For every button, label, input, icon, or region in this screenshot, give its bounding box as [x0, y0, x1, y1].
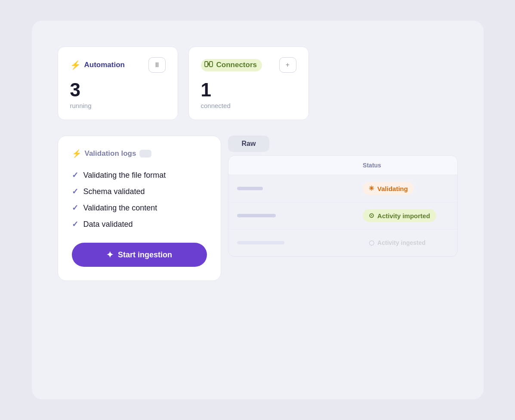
status-unknown-text: Activity ingested: [377, 239, 426, 246]
status-badge-validating: ✳ Validating: [363, 182, 414, 195]
status-validating-text: Validating: [377, 185, 408, 192]
table-section: Raw Status: [213, 136, 458, 281]
table-cell-data-2: [228, 202, 355, 229]
connectors-count: 1: [201, 80, 296, 99]
add-connector-button[interactable]: +: [279, 57, 296, 73]
top-cards-row: ⚡ Automation ⏸ 3 running: [32, 21, 484, 120]
plus-icon: +: [286, 61, 290, 69]
start-ingestion-button[interactable]: ✦ Start ingestion: [72, 243, 207, 267]
check-icon-4: ✓: [72, 219, 78, 229]
connectors-icon: [204, 61, 213, 70]
pause-button[interactable]: ⏸: [148, 57, 166, 73]
list-item: ✓ Data validated: [72, 219, 207, 229]
col-header-status: Status: [354, 156, 457, 175]
validation-header: ⚡ Validation logs: [72, 149, 207, 158]
check-icon-1: ✓: [72, 170, 78, 180]
check-icon-3: ✓: [72, 203, 78, 213]
start-ingestion-label: Start ingestion: [118, 250, 172, 259]
cell-bar-1: [237, 187, 263, 190]
sparkle-icon: ✦: [106, 250, 114, 260]
col-header-status-text: Status: [363, 162, 381, 169]
validation-badge: [139, 150, 151, 158]
tab-raw-label: Raw: [242, 140, 256, 147]
connectors-title-text: Connectors: [216, 61, 257, 69]
table-cell-data-3: [228, 229, 355, 256]
automation-card: ⚡ Automation ⏸ 3 running: [58, 46, 178, 120]
table-header-row: Status: [228, 156, 457, 175]
automation-label: running: [70, 102, 166, 109]
spinner-icon: ✳: [369, 185, 374, 192]
pause-icon: ⏸: [154, 61, 160, 69]
cell-bar-3: [237, 241, 284, 244]
connectors-card: Connectors + 1 connected: [188, 46, 309, 120]
validation-items-list: ✓ Validating the file format ✓ Schema va…: [72, 170, 207, 229]
status-imported-text: Activity imported: [377, 212, 430, 219]
automation-icon: ⚡: [70, 60, 81, 70]
cell-bar-2: [237, 214, 276, 217]
table-cell-status-3: ◌ Activity ingested: [354, 229, 457, 256]
check-icon-2: ✓: [72, 187, 78, 196]
main-container: ⚡ Automation ⏸ 3 running: [32, 21, 484, 399]
list-item: ✓ Validating the content: [72, 203, 207, 213]
automation-title-text: Automation: [84, 61, 125, 69]
table-row: ◌ Activity ingested: [228, 229, 457, 256]
validation-item-text-2: Schema validated: [83, 187, 145, 196]
list-item: ✓ Validating the file format: [72, 170, 207, 180]
validation-card: ⚡ Validation logs ✓ Validating the file …: [58, 136, 221, 281]
unknown-icon: ◌: [369, 239, 374, 247]
tab-row: Raw: [228, 136, 458, 152]
bottom-section: ⚡ Validation logs ✓ Validating the file …: [32, 120, 484, 281]
svg-rect-1: [210, 62, 213, 67]
status-badge-unknown: ◌ Activity ingested: [363, 236, 432, 249]
table-cell-data-1: [228, 175, 355, 202]
connectors-label: connected: [201, 102, 296, 109]
table-row: ⊙ Activity imported: [228, 202, 457, 229]
validation-item-text-4: Data validated: [83, 220, 133, 229]
table-row: ✳ Validating: [228, 175, 457, 202]
validation-title: Validation logs: [85, 149, 136, 158]
table-cell-status-1: ✳ Validating: [354, 175, 457, 202]
connectors-card-header: Connectors +: [201, 57, 296, 73]
table-cell-status-2: ⊙ Activity imported: [354, 202, 457, 229]
data-table: Status ✳ Validating: [228, 156, 457, 256]
tab-raw[interactable]: Raw: [228, 136, 270, 152]
connectors-card-title: Connectors: [201, 59, 262, 71]
validation-icon: ⚡: [72, 149, 81, 158]
col-header-data: [228, 156, 355, 175]
svg-rect-0: [205, 62, 208, 67]
validation-item-text-3: Validating the content: [83, 204, 157, 213]
circle-check-icon: ⊙: [369, 212, 374, 219]
automation-count: 3: [70, 80, 166, 99]
automation-card-title: ⚡ Automation: [70, 60, 125, 70]
status-badge-imported: ⊙ Activity imported: [363, 209, 436, 222]
table-outer: Status ✳ Validating: [228, 155, 458, 257]
list-item: ✓ Schema validated: [72, 187, 207, 196]
automation-card-header: ⚡ Automation ⏸: [70, 57, 166, 73]
validation-item-text-1: Validating the file format: [83, 171, 166, 180]
